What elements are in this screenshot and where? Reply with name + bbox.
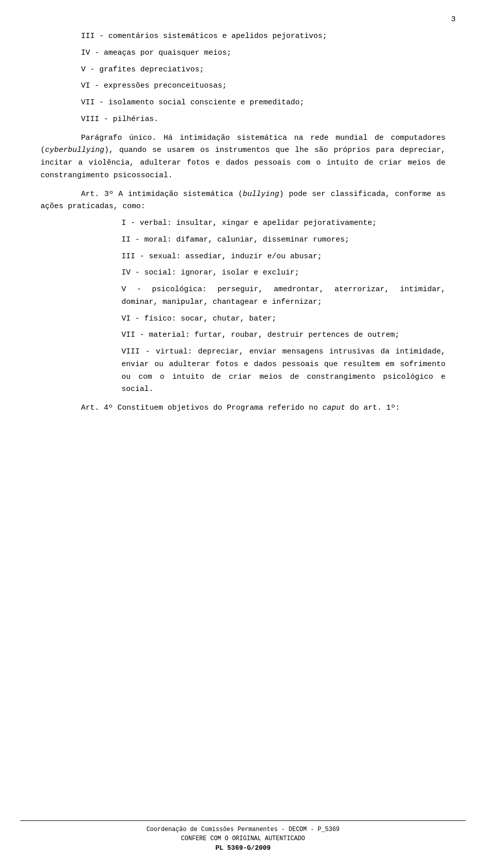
bullying-term: bullying <box>242 190 279 199</box>
art3-label: Art. 3º A intimidação sistemática (bully… <box>40 190 446 211</box>
page-number: 3 <box>451 15 456 24</box>
paragrafo-unico: Parágrafo único. Há intimidação sistemát… <box>40 132 446 182</box>
document-page: 3 III - comentários sistemáticos e apeli… <box>0 0 486 868</box>
art3-item-vii: VII - material: furtar, roubar, destruir… <box>122 329 446 342</box>
document-content: III - comentários sistemáticos e apelido… <box>40 30 446 415</box>
footer-line1: Coordenação de Comissões Permanentes - D… <box>20 825 466 834</box>
line-vii: VII - isolamento social consciente e pre… <box>81 97 446 109</box>
art3-item-ii: II - moral: difamar, caluniar, dissemina… <box>122 234 446 247</box>
footer-line2: CONFERE COM O ORIGINAL AUTENTICADO <box>20 834 466 843</box>
art3-item-viii: VIII - virtual: depreciar, enviar mensag… <box>122 346 446 396</box>
line-iii: III - comentários sistemáticos e apelido… <box>81 30 446 43</box>
line-iv: IV - ameaças por quaisquer meios; <box>81 47 446 60</box>
art3-item-vi: VI - físico: socar, chutar, bater; <box>122 313 446 326</box>
line-viii: VIII - pilhérias. <box>81 113 446 126</box>
line-vi: VI - expressões preconceituosas; <box>81 80 446 93</box>
art3-item-v: V - psicológica: perseguir, amedrontar, … <box>122 284 446 309</box>
art3-item-i: I - verbal: insultar, xingar e apelidar … <box>122 217 446 230</box>
line-v: V - grafites depreciativos; <box>81 64 446 76</box>
cyberbullying-term: cyberbullying <box>45 146 104 154</box>
art3-item-iii: III - sexual: assediar, induzir e/ou abu… <box>122 251 446 263</box>
art4-intro: Art. 4º Constituem objetivos do Programa… <box>40 402 446 415</box>
art3-intro: Art. 3º A intimidação sistemática (bully… <box>40 188 446 214</box>
paragrafo-unico-label: Parágrafo único. <box>81 134 156 142</box>
caput-term: caput <box>322 404 345 412</box>
art3-item-iv: IV - social: ignorar, isolar e excluir; <box>122 267 446 280</box>
document-footer: Coordenação de Comissões Permanentes - D… <box>20 820 466 853</box>
art4-label: Art. 4º Constituem objetivos do Programa… <box>81 404 400 412</box>
footer-line3: PL 5369-G/2009 <box>20 843 466 853</box>
